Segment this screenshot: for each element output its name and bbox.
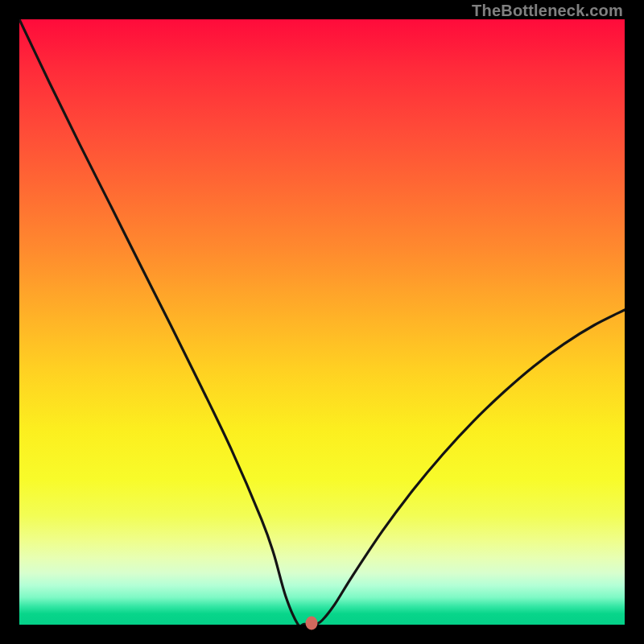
attribution-watermark: TheBottleneck.com xyxy=(472,2,623,20)
optimum-marker xyxy=(306,617,318,630)
plot-area xyxy=(19,19,625,625)
chart-frame: TheBottleneck.com xyxy=(0,0,644,644)
bottleneck-curve xyxy=(19,19,625,625)
curve-layer xyxy=(19,19,625,625)
